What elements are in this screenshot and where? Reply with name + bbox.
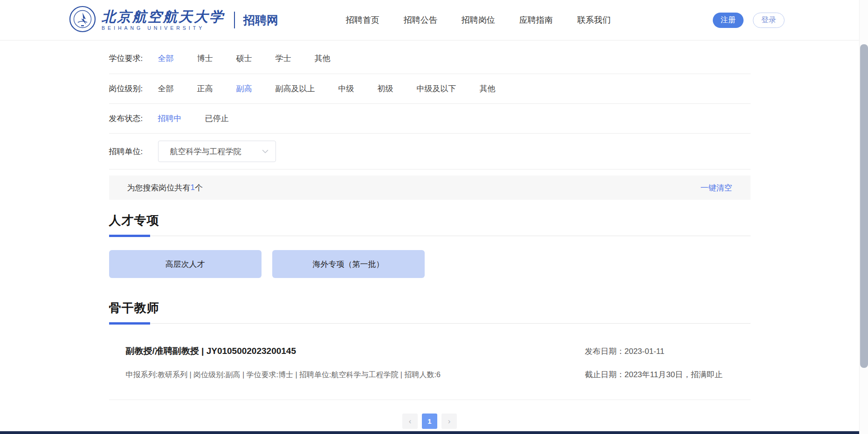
nav-item[interactable]: 招聘首页 xyxy=(346,14,379,26)
brand-divider xyxy=(234,12,235,28)
level-filter-options: 全部正高副高副高及以上中级初级中级及以下其他 xyxy=(158,83,496,94)
job-publish-date: 发布日期：2023-01-11 xyxy=(585,346,751,357)
unit-select[interactable]: 航空科学与工程学院 xyxy=(158,141,276,162)
login-button[interactable]: 登录 xyxy=(753,13,785,28)
degree-option[interactable]: 其他 xyxy=(315,53,331,64)
nav-item[interactable]: 招聘岗位 xyxy=(462,14,495,26)
level-option[interactable]: 全部 xyxy=(158,83,174,94)
degree-option[interactable]: 硕士 xyxy=(236,53,252,64)
register-button[interactable]: 注册 xyxy=(713,13,744,28)
degree-filter-options: 全部博士硕士学士其他 xyxy=(158,53,331,64)
talent-section-title: 人才专项 xyxy=(109,212,751,229)
nav-item[interactable]: 招聘公告 xyxy=(404,14,437,26)
teachers-section-title: 骨干教师 xyxy=(109,300,751,316)
unit-filter-label: 招聘单位: xyxy=(109,146,158,157)
clear-filters-link[interactable]: 一键清空 xyxy=(701,183,732,193)
filter-row-degree: 学位要求: 全部博士硕士学士其他 xyxy=(109,41,751,74)
teachers-section-underline xyxy=(109,322,751,325)
brand-names: 北京航空航天大学 BEIHANG UNIVERSITY xyxy=(102,9,225,31)
teachers-section-header: 骨干教师 xyxy=(109,300,751,325)
footer-bar xyxy=(0,431,868,434)
chevron-down-icon xyxy=(262,147,269,156)
header: 北京航空航天大学 BEIHANG UNIVERSITY 招聘网 招聘首页招聘公告… xyxy=(0,0,859,41)
chevron-left-icon: ‹ xyxy=(409,417,412,426)
main-nav: 招聘首页招聘公告招聘岗位应聘指南联系我们 xyxy=(346,14,611,26)
level-option[interactable]: 初级 xyxy=(378,83,393,94)
talent-section-underline xyxy=(109,235,751,237)
university-name-en: BEIHANG UNIVERSITY xyxy=(102,25,225,31)
level-option[interactable]: 副高及以上 xyxy=(276,83,315,94)
main-content: 学位要求: 全部博士硕士学士其他 岗位级别: 全部正高副高副高及以上中级初级中级… xyxy=(109,41,751,429)
degree-option[interactable]: 全部 xyxy=(158,53,174,64)
level-option[interactable]: 正高 xyxy=(197,83,213,94)
filter-row-status: 发布状态: 招聘中已停止 xyxy=(109,104,751,134)
degree-option[interactable]: 学士 xyxy=(276,53,291,64)
next-page-button[interactable]: › xyxy=(441,414,457,429)
result-bar: 为您搜索岗位共有1个 一键清空 xyxy=(109,176,751,200)
job-meta: 申报系列:教研系列 | 岗位级别:副高 | 学位要求:博士 | 招聘单位:航空科… xyxy=(126,370,441,380)
chevron-right-icon: › xyxy=(448,417,451,426)
university-seal-icon xyxy=(69,6,96,34)
level-option[interactable]: 中级及以下 xyxy=(417,83,456,94)
level-option[interactable]: 中级 xyxy=(338,83,354,94)
publish-date-value: 2023-01-11 xyxy=(625,347,665,356)
site-name: 招聘网 xyxy=(243,13,278,28)
result-count: 1 xyxy=(191,183,195,192)
filter-row-unit: 招聘单位: 航空科学与工程学院 xyxy=(109,134,751,170)
level-filter-label: 岗位级别: xyxy=(109,83,158,94)
prev-page-button[interactable]: ‹ xyxy=(402,414,418,429)
talent-section-header: 人才专项 xyxy=(109,212,751,237)
status-filter-options: 招聘中已停止 xyxy=(158,113,229,124)
status-option[interactable]: 已停止 xyxy=(205,113,229,124)
pagination: ‹ 1 › xyxy=(109,414,751,429)
university-name-cn: 北京航空航天大学 xyxy=(102,9,225,24)
page: 北京航空航天大学 BEIHANG UNIVERSITY 招聘网 招聘首页招聘公告… xyxy=(0,0,859,429)
nav-item[interactable]: 联系我们 xyxy=(577,14,611,26)
level-option[interactable]: 副高 xyxy=(236,83,252,94)
degree-option[interactable]: 博士 xyxy=(197,53,213,64)
page-number-button[interactable]: 1 xyxy=(422,414,437,429)
publish-date-label: 发布日期： xyxy=(585,347,625,356)
filter-row-level: 岗位级别: 全部正高副高副高及以上中级初级中级及以下其他 xyxy=(109,74,751,104)
level-option[interactable]: 其他 xyxy=(480,83,496,94)
talent-buttons: 高层次人才海外专项（第一批） xyxy=(109,250,751,278)
deadline-date-value: 2023年11月30日，招满即止 xyxy=(625,370,723,379)
status-option[interactable]: 招聘中 xyxy=(158,113,182,124)
job-deadline-date: 截止日期：2023年11月30日，招满即止 xyxy=(585,369,751,380)
deadline-date-label: 截止日期： xyxy=(585,370,625,379)
auth-buttons: 注册 登录 xyxy=(713,13,785,28)
scrollbar-thumb[interactable] xyxy=(860,44,868,368)
nav-item[interactable]: 应聘指南 xyxy=(519,14,553,26)
degree-filter-label: 学位要求: xyxy=(109,53,158,64)
result-text-prefix: 为您搜索岗位共有 xyxy=(127,183,191,193)
job-title[interactable]: 副教授/准聘副教授 | JY0105002023200145 xyxy=(126,345,296,357)
status-filter-label: 发布状态: xyxy=(109,113,158,124)
talent-category-button[interactable]: 高层次人才 xyxy=(109,250,262,278)
unit-select-value: 航空科学与工程学院 xyxy=(170,146,258,157)
talent-category-button[interactable]: 海外专项（第一批） xyxy=(272,250,425,278)
job-listing-item[interactable]: 副教授/准聘副教授 | JY0105002023200145 发布日期：2023… xyxy=(109,325,751,400)
result-text-suffix: 个 xyxy=(195,183,203,193)
scrollbar xyxy=(859,0,868,434)
brand[interactable]: 北京航空航天大学 BEIHANG UNIVERSITY 招聘网 xyxy=(69,6,278,34)
